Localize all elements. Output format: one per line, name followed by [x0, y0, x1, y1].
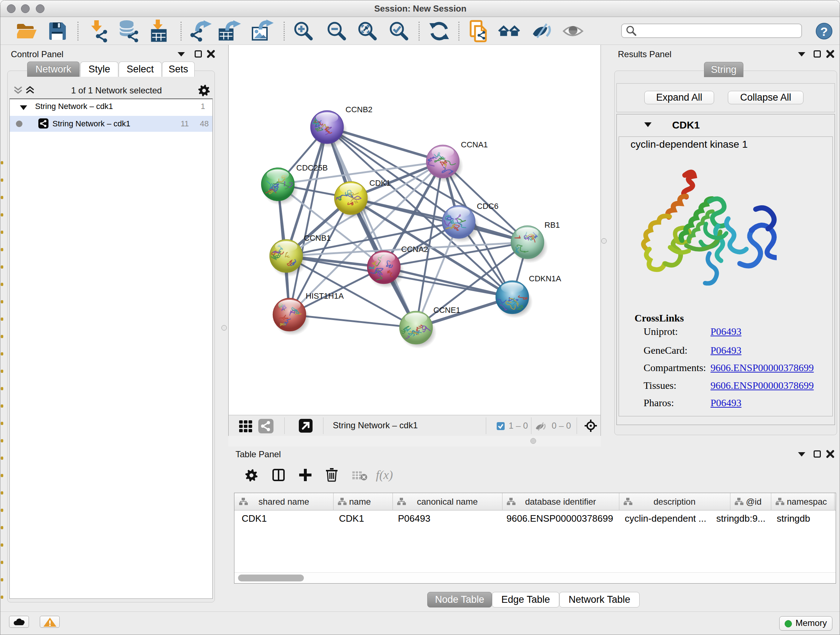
svg-text:CCNB2: CCNB2 — [346, 105, 373, 114]
svg-text:CDKN1A: CDKN1A — [529, 274, 561, 283]
svg-text:CCNE1: CCNE1 — [433, 306, 461, 315]
svg-text:CCNA1: CCNA1 — [461, 140, 488, 149]
svg-text:CCNA2: CCNA2 — [401, 245, 428, 254]
svg-text:CDK1: CDK1 — [369, 179, 391, 187]
svg-text:CDC6: CDC6 — [477, 202, 499, 211]
svg-text:RB1: RB1 — [545, 220, 560, 230]
svg-text:CCNB1: CCNB1 — [304, 233, 331, 242]
svg-text:CDC25B: CDC25B — [296, 163, 328, 172]
svg-text:HIST1H1A: HIST1H1A — [306, 291, 344, 301]
